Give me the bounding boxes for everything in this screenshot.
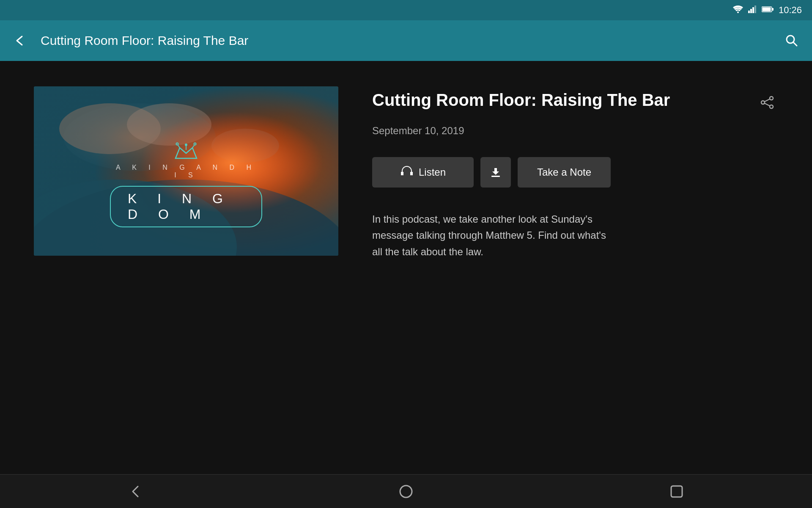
status-bar: 10:26 — [0, 0, 812, 20]
series-subtitle: A K I N G A N D H I S — [110, 164, 262, 179]
nav-bar — [0, 474, 812, 508]
detail-header: Cutting Room Floor: Raising The Bar — [372, 90, 778, 115]
svg-rect-6 — [772, 8, 774, 11]
podcast-date: September 10, 2019 — [372, 125, 778, 137]
nav-back-button[interactable] — [118, 479, 152, 504]
svg-rect-1 — [748, 11, 750, 13]
take-note-button[interactable]: Take a Note — [518, 157, 611, 188]
svg-rect-3 — [752, 7, 754, 13]
svg-point-22 — [770, 105, 773, 108]
back-button[interactable] — [14, 35, 27, 47]
series-title: K I N G D O M — [128, 191, 244, 222]
nav-recent-button[interactable] — [660, 479, 694, 504]
svg-rect-4 — [754, 6, 756, 13]
signal-icon — [748, 6, 757, 15]
share-button[interactable] — [756, 91, 778, 115]
note-label: Take a Note — [537, 166, 591, 178]
battery-icon — [762, 6, 774, 15]
podcast-description: In this podcast, we take another look at… — [372, 211, 617, 260]
series-title-box: K I N G D O M — [110, 186, 262, 227]
svg-point-20 — [770, 97, 773, 100]
action-buttons: Listen Take a Note — [372, 157, 778, 188]
svg-rect-7 — [762, 7, 771, 11]
svg-rect-25 — [671, 486, 682, 497]
svg-point-17 — [185, 144, 187, 146]
main-content: A K I N G A N D H I S K I N G D O M Cutt… — [0, 61, 812, 474]
svg-point-18 — [176, 143, 178, 145]
status-time: 10:26 — [779, 5, 802, 16]
nav-home-button[interactable] — [389, 479, 423, 504]
detail-panel: Cutting Room Floor: Raising The Bar Sept… — [372, 86, 778, 260]
series-artwork: A K I N G A N D H I S K I N G D O M — [110, 141, 262, 227]
listen-label: Listen — [419, 166, 446, 178]
svg-rect-23 — [491, 176, 500, 177]
svg-rect-2 — [750, 9, 752, 13]
svg-point-24 — [400, 486, 412, 497]
svg-point-19 — [194, 143, 196, 145]
podcast-title: Cutting Room Floor: Raising The Bar — [372, 90, 756, 110]
app-bar-title: Cutting Room Floor: Raising The Bar — [41, 33, 785, 48]
podcast-image: A K I N G A N D H I S K I N G D O M — [34, 86, 338, 256]
svg-point-21 — [761, 101, 765, 104]
download-button[interactable] — [480, 157, 511, 188]
app-bar: Cutting Room Floor: Raising The Bar — [0, 20, 812, 61]
wifi-icon — [733, 6, 743, 15]
svg-point-0 — [737, 11, 739, 13]
search-button[interactable] — [785, 34, 798, 47]
listen-button[interactable]: Listen — [372, 157, 474, 188]
headphone-icon — [400, 165, 414, 179]
